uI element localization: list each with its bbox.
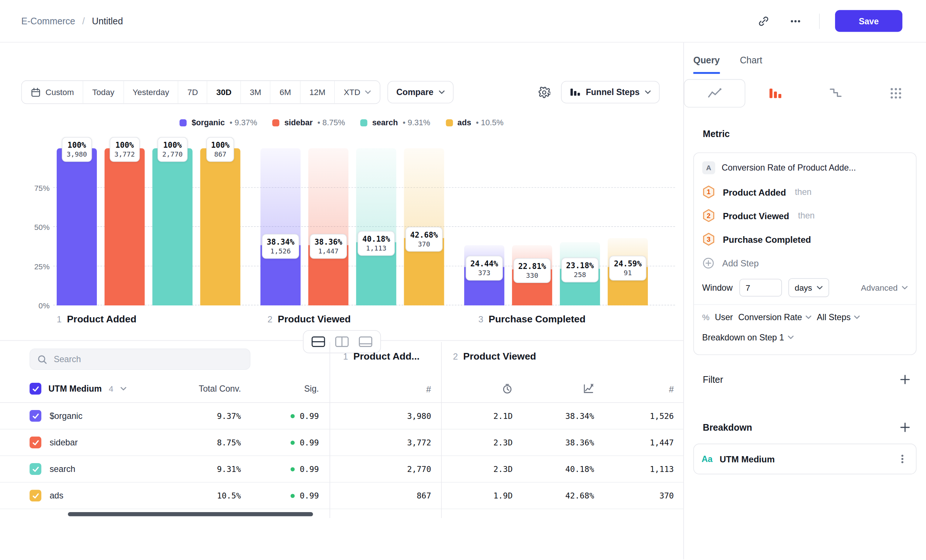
range-7d[interactable]: 7D <box>179 81 207 103</box>
step-name: Product Viewed <box>463 351 536 362</box>
tab-chart[interactable]: Chart <box>740 55 763 74</box>
metric-step-row[interactable]: 3Purchase Completed <box>702 227 908 251</box>
funnel-bar[interactable]: 23.18%258 <box>560 148 600 305</box>
advanced-toggle[interactable]: Advanced <box>861 283 908 292</box>
sig-column-header[interactable]: Sig. <box>241 384 319 394</box>
step1-count: 867 <box>319 491 431 500</box>
bar-label-count: 258 <box>566 271 594 280</box>
breadcrumb-project[interactable]: E-Commerce <box>21 15 75 26</box>
window-unit-select[interactable]: days <box>788 278 829 297</box>
funnel-step-label: 3Purchase Completed <box>478 313 669 325</box>
table-row[interactable]: sidebar8.75%0.993,7722.3D38.36%1,447 <box>0 430 683 456</box>
window-value-input[interactable] <box>739 279 782 297</box>
count-column-icon[interactable]: # <box>669 383 674 394</box>
funnel-bar[interactable]: 40.18%1,113 <box>356 148 396 305</box>
sig-number: 0.99 <box>300 491 319 500</box>
compare-button[interactable]: Compare <box>387 81 454 103</box>
chart-mode-button[interactable]: Funnel Steps <box>561 81 660 103</box>
horizontal-scrollbar[interactable] <box>68 512 313 516</box>
range-xtd[interactable]: XTD <box>335 81 380 103</box>
add-step-button[interactable]: Add Step <box>702 251 908 274</box>
chart-type-line-button[interactable] <box>684 79 746 107</box>
range-today[interactable]: Today <box>83 81 124 103</box>
funnel-bar[interactable]: 42.68%370 <box>404 148 444 305</box>
more-options-button[interactable] <box>787 12 804 29</box>
breakdown-column-label[interactable]: UTM Medium <box>48 384 102 394</box>
funnel-bar[interactable]: 24.59%91 <box>608 148 648 305</box>
funnel-bar[interactable]: 100%2,770 <box>153 148 193 305</box>
range-12m[interactable]: 12M <box>301 81 335 103</box>
total-conv-column-header[interactable]: Total Conv. <box>177 384 241 394</box>
step-number: 1 <box>57 314 62 324</box>
metric-step-row[interactable]: 2Product Viewedthen <box>702 204 908 227</box>
table-row[interactable]: search9.31%0.992,7702.3D40.18%1,113 <box>0 456 683 483</box>
funnel-bar[interactable]: 100%3,980 <box>57 148 97 305</box>
step2-conv-value: 38.34% <box>513 411 594 421</box>
measure-select[interactable]: Conversion Rate <box>738 312 811 322</box>
chevron-down-icon[interactable] <box>120 387 126 390</box>
breadcrumb-page-title[interactable]: Untitled <box>92 15 123 26</box>
legend-series-pct: • 9.31% <box>402 118 430 127</box>
time-to-convert-icon[interactable] <box>502 383 513 394</box>
retention-chart-icon <box>829 87 842 99</box>
bar-label-pct: 40.18% <box>362 234 390 244</box>
legend-item[interactable]: sidebar • 8.75% <box>272 118 345 127</box>
share-link-button[interactable] <box>755 12 772 29</box>
legend-swatch <box>446 119 453 126</box>
chart-type-segmentation-button[interactable] <box>865 79 926 107</box>
sig-dot <box>291 414 295 418</box>
funnel-bar[interactable]: 24.44%373 <box>464 148 504 305</box>
filter-section: Filter <box>703 373 912 386</box>
funnel-bar[interactable]: 100%867 <box>200 148 241 305</box>
line-chart-icon <box>708 87 722 99</box>
table-row[interactable]: $organic9.37%0.993,9802.1D38.34%1,526 <box>0 403 683 429</box>
range-3m[interactable]: 3M <box>241 81 271 103</box>
breakdown-on-step-select[interactable]: Breakdown on Step 1 <box>702 333 793 342</box>
save-button[interactable]: Save <box>835 10 902 32</box>
funnel-bar-label: 40.18%1,113 <box>358 231 395 256</box>
count-column-icon[interactable]: # <box>426 383 431 394</box>
funnel-bar[interactable]: 100%3,772 <box>104 148 145 305</box>
gear-icon <box>538 86 551 98</box>
row-checkbox[interactable] <box>29 437 41 448</box>
row-checkbox[interactable] <box>29 463 41 475</box>
chart-settings-button[interactable] <box>536 84 552 101</box>
range-yesterday[interactable]: Yesterday <box>124 81 179 103</box>
chart-type-funnel-button-active[interactable] <box>745 79 806 107</box>
funnel-bar[interactable]: 38.34%1,526 <box>260 148 301 305</box>
metric-step-row[interactable]: 1Product Addedthen <box>702 180 908 204</box>
range-6m[interactable]: 6M <box>271 81 301 103</box>
funnel-bar-ghost <box>260 148 301 245</box>
conversion-chart-icon[interactable] <box>583 383 594 394</box>
table-row[interactable]: ads10.5%0.998671.9D42.68%370 <box>0 483 683 509</box>
tab-query[interactable]: Query <box>693 55 720 74</box>
breakdown-property-card[interactable]: Aa UTM Medium <box>693 443 917 474</box>
scope-select[interactable]: All Steps <box>817 312 860 322</box>
chart-type-retention-button[interactable] <box>806 79 866 107</box>
funnel-bar-label: 38.36%1,447 <box>310 234 347 259</box>
funnel-bar[interactable]: 38.36%1,447 <box>308 148 348 305</box>
range-30d-selected[interactable]: 30D <box>207 81 241 103</box>
bar-label-count: 3,772 <box>115 150 135 159</box>
add-breakdown-button[interactable] <box>898 421 912 434</box>
row-checkbox[interactable] <box>29 410 41 422</box>
property-type-icon: Aa <box>702 454 713 464</box>
legend-series-pct: • 9.37% <box>230 118 257 127</box>
breakdown-table: 1 Product Add... 2 Product Viewed UTM Me… <box>0 341 683 518</box>
breakdown-item-menu-button[interactable] <box>897 453 908 465</box>
add-filter-button[interactable] <box>898 373 912 386</box>
legend-item[interactable]: search • 9.31% <box>360 118 430 127</box>
sig-value: 0.99 <box>241 438 319 447</box>
legend-item[interactable]: ads • 10.5% <box>446 118 504 127</box>
step2-conv-value: 42.68% <box>513 491 594 500</box>
funnel-bar[interactable]: 22.81%330 <box>512 148 552 305</box>
select-all-checkbox[interactable] <box>29 383 41 395</box>
measure-user-label[interactable]: User <box>715 312 733 322</box>
total-conv-value: 9.31% <box>177 464 241 474</box>
search-input[interactable] <box>53 354 243 364</box>
metric-title[interactable]: Conversion Rate of Product Adde... <box>722 163 856 173</box>
range-custom[interactable]: Custom <box>22 81 83 103</box>
legend-item[interactable]: $organic • 9.37% <box>180 118 257 127</box>
conversion-window-row: Window days Advanced <box>702 278 908 297</box>
row-checkbox[interactable] <box>29 490 41 501</box>
